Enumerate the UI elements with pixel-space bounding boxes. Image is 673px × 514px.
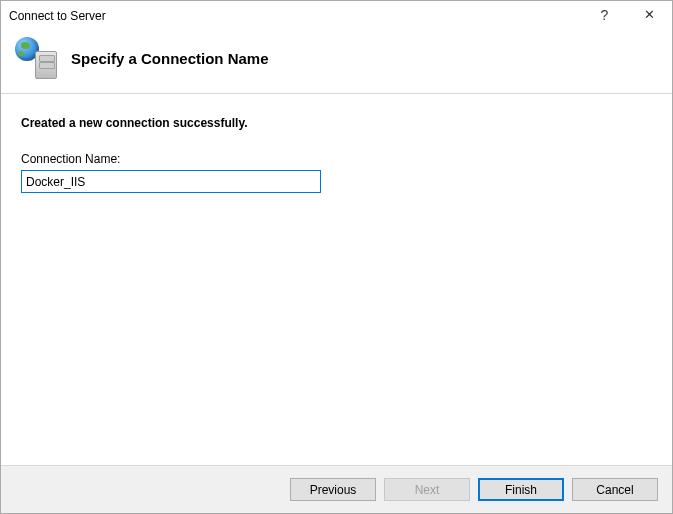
wizard-footer: Previous Next Finish Cancel: [1, 465, 672, 513]
help-button[interactable]: ?: [582, 1, 627, 31]
server-icon: [35, 51, 57, 79]
status-text: Created a new connection successfully.: [21, 116, 652, 130]
connection-name-label: Connection Name:: [21, 152, 652, 166]
previous-button[interactable]: Previous: [290, 478, 376, 501]
wizard-content: Created a new connection successfully. C…: [1, 94, 672, 465]
window-title: Connect to Server: [9, 9, 582, 23]
server-globe-icon: [15, 37, 57, 79]
cancel-button[interactable]: Cancel: [572, 478, 658, 501]
page-title: Specify a Connection Name: [71, 50, 269, 67]
wizard-header: Specify a Connection Name: [1, 31, 672, 94]
titlebar: Connect to Server ? ✕: [1, 1, 672, 31]
next-button: Next: [384, 478, 470, 501]
connection-name-input[interactable]: [21, 170, 321, 193]
close-button[interactable]: ✕: [627, 1, 672, 31]
finish-button[interactable]: Finish: [478, 478, 564, 501]
